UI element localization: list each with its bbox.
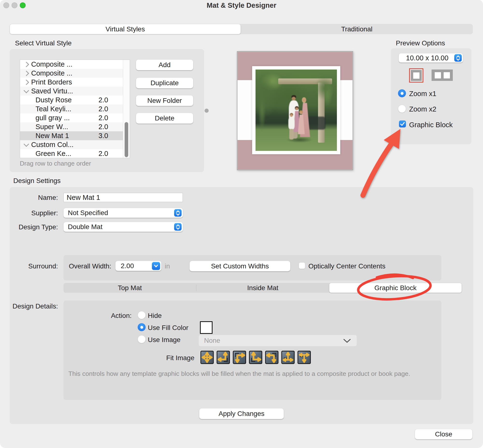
- image-select[interactable]: None: [199, 335, 357, 346]
- chevron-right-icon[interactable]: [24, 80, 29, 85]
- list-item-selected[interactable]: New Mat 13.0: [20, 131, 130, 140]
- zoom-x2-label: Zoom x2: [409, 105, 436, 113]
- list-item[interactable]: Dusty Rose2.0: [20, 96, 130, 104]
- tab-traditional-label: Traditional: [341, 25, 373, 33]
- fit-image-right-down-button[interactable]: [233, 351, 246, 364]
- use-fill-color-label: Use Fill Color: [148, 324, 188, 332]
- fit-image-spread-down-button[interactable]: [297, 351, 311, 364]
- list-item[interactable]: gull gray ...2.0: [20, 113, 130, 122]
- fit-image-label: Fit Image: [146, 354, 194, 362]
- family-photo-preview: [255, 70, 337, 151]
- overall-width-label: Overall Width:: [69, 262, 111, 270]
- up-left-icon: [217, 352, 229, 363]
- stepper-icon[interactable]: [174, 209, 182, 217]
- duplicate-button[interactable]: Duplicate: [136, 78, 193, 88]
- up-down-chevrons-icon: [175, 224, 181, 230]
- right-down-icon: [234, 352, 245, 363]
- close-button[interactable]: Close: [415, 429, 472, 439]
- list-scrollbar[interactable]: [123, 60, 130, 158]
- chevron-right-icon[interactable]: [24, 71, 29, 76]
- tab-inside-mat[interactable]: Inside Mat: [196, 283, 329, 293]
- mode-tabs: Virtual Styles Traditional: [10, 24, 473, 34]
- surround-label: Surround:: [5, 262, 58, 270]
- list-item[interactable]: Custom Col...: [20, 140, 130, 149]
- single-opening-icon: [411, 70, 422, 81]
- tab-top-mat[interactable]: Top Mat: [64, 283, 196, 293]
- design-details-label: Design Details:: [5, 303, 58, 310]
- window-title: Mat & Style Designer: [0, 1, 483, 9]
- list-item[interactable]: Composite ...: [20, 69, 130, 78]
- tab-traditional[interactable]: Traditional: [241, 24, 473, 34]
- family-group: [255, 70, 337, 151]
- action-label: Action:: [83, 312, 132, 320]
- overall-width-combo[interactable]: 2.00: [115, 261, 161, 271]
- use-image-label: Use Image: [148, 336, 180, 344]
- list-item[interactable]: Super W...2.0: [20, 122, 130, 131]
- fit-image-up-right-button[interactable]: [249, 351, 262, 364]
- list-item[interactable]: Green Ke...2.0: [20, 149, 130, 158]
- hide-label: Hide: [148, 312, 162, 320]
- supplier-label: Supplier:: [5, 209, 58, 217]
- tab-virtual-styles-label: Virtual Styles: [106, 25, 145, 33]
- use-image-radio[interactable]: [138, 335, 146, 343]
- zoom-x2-radio[interactable]: [398, 105, 406, 113]
- delete-button[interactable]: Delete: [136, 113, 193, 124]
- add-button[interactable]: Add: [136, 60, 193, 70]
- supplier-select[interactable]: Not Specified: [64, 208, 183, 218]
- hide-radio[interactable]: [138, 311, 146, 319]
- unit-label: in: [165, 262, 170, 270]
- set-custom-widths-button[interactable]: Set Custom Widths: [189, 261, 290, 271]
- fit-image-expand-all-button[interactable]: [200, 351, 214, 364]
- new-folder-button[interactable]: New Folder: [136, 95, 193, 106]
- list-item[interactable]: Print Borders: [20, 78, 130, 87]
- stepper-icon[interactable]: [454, 54, 462, 62]
- zoom-x1-radio[interactable]: [398, 89, 406, 97]
- up-right-icon: [250, 352, 262, 363]
- fill-color-swatch[interactable]: [200, 321, 213, 334]
- chevron-down-icon: [153, 263, 159, 269]
- list-item[interactable]: Teal Keyli...2.0: [20, 104, 130, 113]
- optically-center-label: Optically Center Contents: [308, 262, 385, 270]
- chevron-down-icon[interactable]: [24, 141, 29, 147]
- use-fill-color-radio[interactable]: [138, 323, 146, 331]
- up-spread-icon: [282, 352, 294, 363]
- tab-graphic-block[interactable]: Graphic Block: [329, 283, 462, 293]
- double-opening-layout-button[interactable]: [432, 70, 453, 81]
- fit-image-left-down-button[interactable]: [265, 351, 278, 364]
- scrollbar-thumb[interactable]: [125, 122, 128, 157]
- graphic-block-checkbox[interactable]: [399, 120, 406, 128]
- preview-options-heading: Preview Options: [396, 39, 445, 47]
- chevron-down-icon[interactable]: [24, 88, 29, 93]
- design-settings-heading: Design Settings: [13, 177, 61, 185]
- tab-virtual-styles[interactable]: Virtual Styles: [10, 24, 241, 34]
- list-item[interactable]: Saved Virtu...: [20, 87, 130, 96]
- mat-preview: [237, 51, 353, 170]
- left-down-icon: [266, 352, 278, 363]
- checkmark-icon: [399, 120, 406, 128]
- stepper-icon[interactable]: [174, 223, 182, 231]
- optically-center-checkbox[interactable]: [299, 262, 305, 269]
- up-down-chevrons-icon: [175, 209, 181, 216]
- single-opening-layout-button[interactable]: [409, 68, 423, 83]
- zoom-x1-label: Zoom x1: [409, 90, 436, 98]
- fit-image-note: This controls how any template graphic b…: [68, 370, 410, 377]
- preview-size-select[interactable]: 10.00 x 10.00: [399, 53, 463, 63]
- double-opening-icon: [435, 72, 441, 79]
- design-type-select[interactable]: Double Mat: [64, 222, 183, 232]
- spread-down-icon: [298, 352, 310, 363]
- design-type-label: Design Type:: [5, 223, 58, 231]
- graphic-block-checkbox-label: Graphic Block: [409, 121, 453, 129]
- list-item[interactable]: Composite ...: [20, 60, 130, 69]
- chevron-right-icon[interactable]: [24, 62, 29, 67]
- fit-image-up-left-button[interactable]: [217, 351, 230, 364]
- name-input[interactable]: New Mat 1: [64, 193, 183, 202]
- drag-handle-dot: [205, 109, 209, 113]
- chevron-down-icon: [343, 339, 351, 343]
- surround-tabs: Top Mat Inside Mat Graphic Block: [64, 283, 462, 293]
- dropdown-button[interactable]: [152, 262, 160, 270]
- apply-changes-button[interactable]: Apply Changes: [199, 408, 284, 419]
- drag-hint: Drag row to change order: [20, 160, 91, 167]
- virtual-style-list[interactable]: Composite ... Composite ... Print Border…: [20, 60, 130, 158]
- fit-image-up-spread-button[interactable]: [281, 351, 295, 364]
- up-down-chevrons-icon: [455, 55, 461, 61]
